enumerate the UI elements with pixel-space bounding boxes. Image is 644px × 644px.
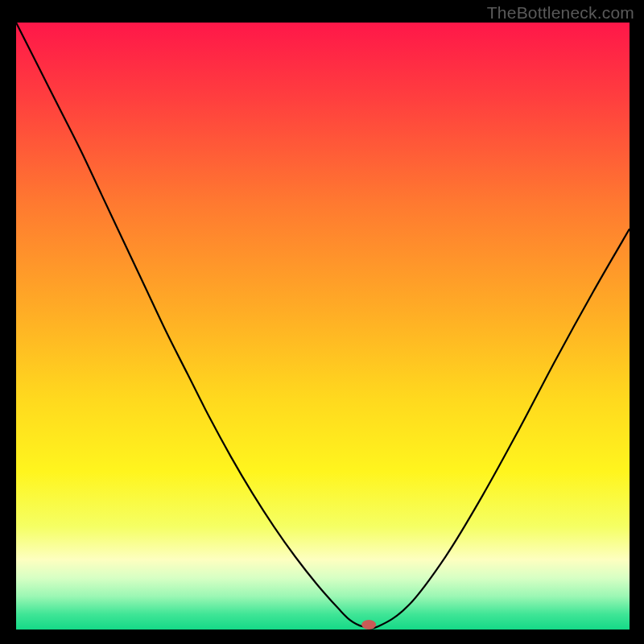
plot-area — [16, 23, 630, 630]
chart-frame: TheBottleneck.com — [0, 0, 644, 644]
watermark-label: TheBottleneck.com — [487, 3, 634, 23]
bottleneck-marker — [361, 620, 376, 630]
chart-svg — [16, 23, 630, 630]
gradient-rect — [16, 23, 630, 630]
